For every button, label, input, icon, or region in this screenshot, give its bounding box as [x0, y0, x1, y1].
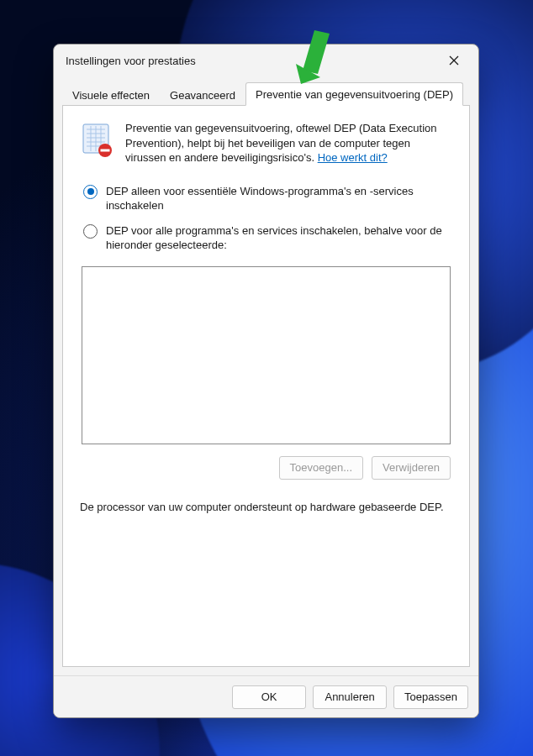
- dialog-footer: OK Annuleren Toepassen: [54, 675, 478, 717]
- close-icon: [449, 55, 459, 66]
- radio-icon: [83, 224, 98, 239]
- intro-text: Preventie van gegevensuitvoering, oftewe…: [125, 121, 452, 165]
- dialog-title: Instellingen voor prestaties: [66, 55, 436, 67]
- apply-button[interactable]: Toepassen: [393, 685, 468, 709]
- hardware-support-text: De processor van uw computer ondersteunt…: [80, 500, 452, 515]
- radio-essential-only[interactable]: DEP alleen voor essentiële Windows-progr…: [83, 184, 449, 213]
- titlebar: Instellingen voor prestaties: [54, 45, 478, 76]
- performance-options-dialog: Instellingen voor prestaties Visuele eff…: [53, 44, 479, 718]
- dep-icon: [80, 123, 113, 165]
- ok-button[interactable]: OK: [232, 685, 306, 709]
- remove-button[interactable]: Verwijderen: [372, 456, 451, 480]
- tab-panel-dep: Preventie van gegevensuitvoering, oftewe…: [62, 105, 470, 667]
- tab-advanced[interactable]: Geavanceerd: [160, 83, 245, 106]
- radio-all-programs[interactable]: DEP voor alle programma's en services in…: [83, 223, 449, 253]
- radio-label: DEP alleen voor essentiële Windows-progr…: [106, 184, 449, 213]
- svg-rect-12: [101, 150, 110, 152]
- list-button-row: Toevoegen... Verwijderen: [80, 456, 451, 480]
- close-button[interactable]: [436, 48, 472, 73]
- how-does-this-work-link[interactable]: Hoe werkt dit?: [318, 151, 388, 164]
- cancel-button[interactable]: Annuleren: [313, 685, 387, 709]
- tab-strip: Visuele effecten Geavanceerd Preventie v…: [54, 76, 478, 105]
- intro-description: Preventie van gegevensuitvoering, oftewe…: [125, 122, 436, 164]
- tab-dep[interactable]: Preventie van gegevensuitvoering (DEP): [245, 82, 463, 106]
- radio-icon: [83, 185, 98, 199]
- radio-label: DEP voor alle programma's en services in…: [106, 223, 449, 253]
- add-button[interactable]: Toevoegen...: [279, 456, 363, 480]
- tab-visual-effects[interactable]: Visuele effecten: [62, 83, 160, 106]
- intro-section: Preventie van gegevensuitvoering, oftewe…: [80, 121, 452, 165]
- exception-listbox[interactable]: [82, 266, 451, 444]
